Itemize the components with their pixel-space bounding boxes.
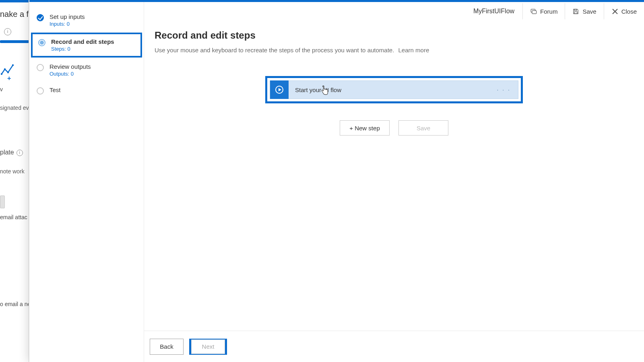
bg-heading: nake a flo [0,10,29,19]
bg-text-trigger: v [0,86,3,93]
bg-attach-text: email attac [0,214,27,220]
background-page: nake a flo i + v signated even platei no… [0,0,29,362]
bg-template-sub: note work [0,168,25,175]
step-title: Set up inputs [50,13,85,20]
bg-template-row: platei [0,149,23,156]
svg-rect-5 [532,10,537,14]
main-content: Record and edit steps Use your mouse and… [144,23,644,331]
close-label: Close [621,8,637,15]
page-description: Use your mouse and keyboard to recreate … [155,47,634,53]
forum-label: Forum [540,8,557,15]
save-icon [572,8,579,15]
chat-icon [530,8,537,15]
info-icon: i [4,28,11,35]
description-text: Use your mouse and keyboard to recreate … [155,47,394,53]
flow-card-menu-button[interactable]: · · · [490,86,518,93]
save-label: Save [582,8,596,15]
step-indicator-pending-icon [37,87,44,95]
flow-name-label: MyFirstUIFlow [465,3,522,19]
step-review-outputs[interactable]: Review outputs Outputs: 0 [31,59,142,81]
bg-progress-bar [0,40,29,43]
flow-card-label: Start your UI flow [289,86,490,93]
wizard-steps-sidebar: Set up inputs Inputs: 0 Record and edit … [29,2,144,362]
svg-rect-6 [574,9,577,10]
bg-grey-button [0,195,5,208]
next-button-highlight: Next [189,339,227,355]
step-set-up-inputs[interactable]: Set up inputs Inputs: 0 [31,9,142,31]
svg-point-2 [7,72,9,73]
svg-marker-9 [279,88,281,91]
svg-point-3 [12,64,14,66]
bg-template-label: plate [0,149,14,156]
step-subtitle: Steps: 0 [51,46,114,52]
step-indicator-active-icon [38,39,45,46]
back-button[interactable]: Back [150,339,184,355]
bg-email-text: o email a ne [0,301,29,307]
info-icon: i [17,150,23,156]
next-button: Next [191,339,225,354]
learn-more-link[interactable]: Learn more [398,47,429,53]
bg-accent-bar [0,0,29,2]
close-button[interactable]: Close [604,3,644,19]
start-ui-flow-card[interactable]: Start your UI flow · · · [270,80,518,99]
ui-flow-panel: MyFirstUIFlow Forum Save Close Set up in… [29,0,644,362]
step-indicator-done-icon [37,14,44,21]
step-subtitle: Outputs: 0 [50,71,91,77]
step-test[interactable]: Test [31,82,142,99]
svg-point-1 [4,68,6,70]
step-title: Review outputs [50,63,91,70]
save-button[interactable]: Save [565,3,603,19]
step-indicator-pending-icon [37,64,44,71]
record-icon [270,80,289,99]
step-title: Record and edit steps [51,38,114,45]
flow-card-highlight: Start your UI flow · · · [265,76,523,103]
step-subtitle: Inputs: 0 [50,21,85,27]
action-row: + New step Save [155,120,634,136]
close-icon [611,8,618,15]
svg-point-0 [1,73,2,75]
step-title: Test [50,86,61,93]
save-step-button: Save [398,120,448,136]
panel-header: MyFirstUIFlow Forum Save Close [465,3,644,19]
page-heading: Record and edit steps [155,30,634,41]
wizard-footer: Back Next [144,331,644,362]
new-step-button[interactable]: + New step [340,120,390,136]
step-record-and-edit[interactable]: Record and edit steps Steps: 0 [31,33,142,58]
svg-rect-7 [574,12,577,14]
plus-icon: + [7,75,11,82]
bg-text-trigger-sub: signated even [0,105,29,111]
forum-button[interactable]: Forum [522,3,565,19]
